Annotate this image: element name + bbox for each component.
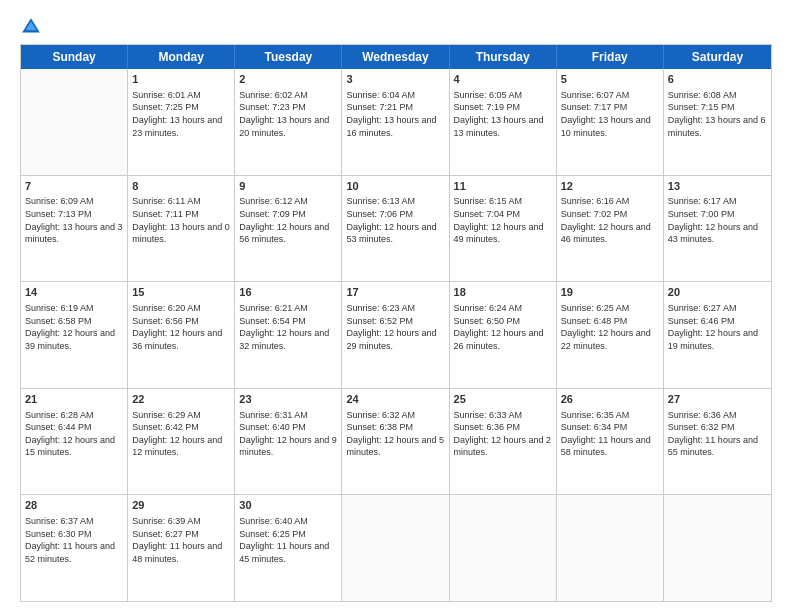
day-number: 13 bbox=[668, 179, 767, 194]
day-number: 28 bbox=[25, 498, 123, 513]
day-number: 4 bbox=[454, 72, 552, 87]
header-day-friday: Friday bbox=[557, 45, 664, 69]
cell-info: Sunrise: 6:24 AMSunset: 6:50 PMDaylight:… bbox=[454, 302, 552, 352]
cell-info: Sunrise: 6:28 AMSunset: 6:44 PMDaylight:… bbox=[25, 409, 123, 459]
calendar-cell: 7Sunrise: 6:09 AMSunset: 7:13 PMDaylight… bbox=[21, 176, 128, 282]
cell-info: Sunrise: 6:09 AMSunset: 7:13 PMDaylight:… bbox=[25, 195, 123, 245]
logo-icon bbox=[20, 16, 42, 38]
calendar-header: SundayMondayTuesdayWednesdayThursdayFrid… bbox=[21, 45, 771, 69]
cell-info: Sunrise: 6:37 AMSunset: 6:30 PMDaylight:… bbox=[25, 515, 123, 565]
calendar-cell: 17Sunrise: 6:23 AMSunset: 6:52 PMDayligh… bbox=[342, 282, 449, 388]
calendar-cell bbox=[342, 495, 449, 601]
calendar-week-4: 21Sunrise: 6:28 AMSunset: 6:44 PMDayligh… bbox=[21, 388, 771, 495]
calendar-cell: 4Sunrise: 6:05 AMSunset: 7:19 PMDaylight… bbox=[450, 69, 557, 175]
day-number: 18 bbox=[454, 285, 552, 300]
cell-info: Sunrise: 6:02 AMSunset: 7:23 PMDaylight:… bbox=[239, 89, 337, 139]
calendar-cell: 27Sunrise: 6:36 AMSunset: 6:32 PMDayligh… bbox=[664, 389, 771, 495]
cell-info: Sunrise: 6:04 AMSunset: 7:21 PMDaylight:… bbox=[346, 89, 444, 139]
day-number: 12 bbox=[561, 179, 659, 194]
day-number: 10 bbox=[346, 179, 444, 194]
cell-info: Sunrise: 6:23 AMSunset: 6:52 PMDaylight:… bbox=[346, 302, 444, 352]
cell-info: Sunrise: 6:29 AMSunset: 6:42 PMDaylight:… bbox=[132, 409, 230, 459]
day-number: 29 bbox=[132, 498, 230, 513]
cell-info: Sunrise: 6:36 AMSunset: 6:32 PMDaylight:… bbox=[668, 409, 767, 459]
header-day-tuesday: Tuesday bbox=[235, 45, 342, 69]
cell-info: Sunrise: 6:05 AMSunset: 7:19 PMDaylight:… bbox=[454, 89, 552, 139]
calendar-cell: 14Sunrise: 6:19 AMSunset: 6:58 PMDayligh… bbox=[21, 282, 128, 388]
cell-info: Sunrise: 6:08 AMSunset: 7:15 PMDaylight:… bbox=[668, 89, 767, 139]
day-number: 30 bbox=[239, 498, 337, 513]
day-number: 8 bbox=[132, 179, 230, 194]
cell-info: Sunrise: 6:35 AMSunset: 6:34 PMDaylight:… bbox=[561, 409, 659, 459]
calendar-week-5: 28Sunrise: 6:37 AMSunset: 6:30 PMDayligh… bbox=[21, 494, 771, 601]
header-day-wednesday: Wednesday bbox=[342, 45, 449, 69]
calendar-cell bbox=[21, 69, 128, 175]
calendar-cell: 22Sunrise: 6:29 AMSunset: 6:42 PMDayligh… bbox=[128, 389, 235, 495]
calendar-cell: 13Sunrise: 6:17 AMSunset: 7:00 PMDayligh… bbox=[664, 176, 771, 282]
calendar-cell: 18Sunrise: 6:24 AMSunset: 6:50 PMDayligh… bbox=[450, 282, 557, 388]
cell-info: Sunrise: 6:12 AMSunset: 7:09 PMDaylight:… bbox=[239, 195, 337, 245]
calendar-cell: 8Sunrise: 6:11 AMSunset: 7:11 PMDaylight… bbox=[128, 176, 235, 282]
calendar-cell: 10Sunrise: 6:13 AMSunset: 7:06 PMDayligh… bbox=[342, 176, 449, 282]
cell-info: Sunrise: 6:01 AMSunset: 7:25 PMDaylight:… bbox=[132, 89, 230, 139]
calendar-cell: 6Sunrise: 6:08 AMSunset: 7:15 PMDaylight… bbox=[664, 69, 771, 175]
logo bbox=[20, 16, 46, 38]
cell-info: Sunrise: 6:27 AMSunset: 6:46 PMDaylight:… bbox=[668, 302, 767, 352]
calendar-cell: 3Sunrise: 6:04 AMSunset: 7:21 PMDaylight… bbox=[342, 69, 449, 175]
day-number: 17 bbox=[346, 285, 444, 300]
calendar-cell: 1Sunrise: 6:01 AMSunset: 7:25 PMDaylight… bbox=[128, 69, 235, 175]
day-number: 27 bbox=[668, 392, 767, 407]
calendar-cell bbox=[664, 495, 771, 601]
calendar-cell: 23Sunrise: 6:31 AMSunset: 6:40 PMDayligh… bbox=[235, 389, 342, 495]
calendar-cell: 28Sunrise: 6:37 AMSunset: 6:30 PMDayligh… bbox=[21, 495, 128, 601]
day-number: 20 bbox=[668, 285, 767, 300]
calendar-cell: 9Sunrise: 6:12 AMSunset: 7:09 PMDaylight… bbox=[235, 176, 342, 282]
day-number: 6 bbox=[668, 72, 767, 87]
day-number: 1 bbox=[132, 72, 230, 87]
calendar-week-1: 1Sunrise: 6:01 AMSunset: 7:25 PMDaylight… bbox=[21, 69, 771, 175]
cell-info: Sunrise: 6:32 AMSunset: 6:38 PMDaylight:… bbox=[346, 409, 444, 459]
day-number: 11 bbox=[454, 179, 552, 194]
calendar-cell: 29Sunrise: 6:39 AMSunset: 6:27 PMDayligh… bbox=[128, 495, 235, 601]
cell-info: Sunrise: 6:21 AMSunset: 6:54 PMDaylight:… bbox=[239, 302, 337, 352]
calendar-cell: 26Sunrise: 6:35 AMSunset: 6:34 PMDayligh… bbox=[557, 389, 664, 495]
calendar-cell: 24Sunrise: 6:32 AMSunset: 6:38 PMDayligh… bbox=[342, 389, 449, 495]
header-day-saturday: Saturday bbox=[664, 45, 771, 69]
calendar-cell: 2Sunrise: 6:02 AMSunset: 7:23 PMDaylight… bbox=[235, 69, 342, 175]
calendar-cell bbox=[450, 495, 557, 601]
calendar-cell bbox=[557, 495, 664, 601]
cell-info: Sunrise: 6:16 AMSunset: 7:02 PMDaylight:… bbox=[561, 195, 659, 245]
cell-info: Sunrise: 6:15 AMSunset: 7:04 PMDaylight:… bbox=[454, 195, 552, 245]
header-day-sunday: Sunday bbox=[21, 45, 128, 69]
day-number: 7 bbox=[25, 179, 123, 194]
day-number: 16 bbox=[239, 285, 337, 300]
cell-info: Sunrise: 6:25 AMSunset: 6:48 PMDaylight:… bbox=[561, 302, 659, 352]
day-number: 24 bbox=[346, 392, 444, 407]
calendar: SundayMondayTuesdayWednesdayThursdayFrid… bbox=[20, 44, 772, 602]
cell-info: Sunrise: 6:39 AMSunset: 6:27 PMDaylight:… bbox=[132, 515, 230, 565]
calendar-cell: 15Sunrise: 6:20 AMSunset: 6:56 PMDayligh… bbox=[128, 282, 235, 388]
day-number: 5 bbox=[561, 72, 659, 87]
calendar-cell: 30Sunrise: 6:40 AMSunset: 6:25 PMDayligh… bbox=[235, 495, 342, 601]
cell-info: Sunrise: 6:17 AMSunset: 7:00 PMDaylight:… bbox=[668, 195, 767, 245]
cell-info: Sunrise: 6:11 AMSunset: 7:11 PMDaylight:… bbox=[132, 195, 230, 245]
cell-info: Sunrise: 6:20 AMSunset: 6:56 PMDaylight:… bbox=[132, 302, 230, 352]
calendar-cell: 20Sunrise: 6:27 AMSunset: 6:46 PMDayligh… bbox=[664, 282, 771, 388]
calendar-cell: 19Sunrise: 6:25 AMSunset: 6:48 PMDayligh… bbox=[557, 282, 664, 388]
calendar-week-3: 14Sunrise: 6:19 AMSunset: 6:58 PMDayligh… bbox=[21, 281, 771, 388]
calendar-cell: 12Sunrise: 6:16 AMSunset: 7:02 PMDayligh… bbox=[557, 176, 664, 282]
day-number: 26 bbox=[561, 392, 659, 407]
calendar-cell: 5Sunrise: 6:07 AMSunset: 7:17 PMDaylight… bbox=[557, 69, 664, 175]
day-number: 21 bbox=[25, 392, 123, 407]
cell-info: Sunrise: 6:31 AMSunset: 6:40 PMDaylight:… bbox=[239, 409, 337, 459]
calendar-cell: 25Sunrise: 6:33 AMSunset: 6:36 PMDayligh… bbox=[450, 389, 557, 495]
day-number: 22 bbox=[132, 392, 230, 407]
day-number: 2 bbox=[239, 72, 337, 87]
cell-info: Sunrise: 6:40 AMSunset: 6:25 PMDaylight:… bbox=[239, 515, 337, 565]
calendar-cell: 11Sunrise: 6:15 AMSunset: 7:04 PMDayligh… bbox=[450, 176, 557, 282]
day-number: 23 bbox=[239, 392, 337, 407]
day-number: 3 bbox=[346, 72, 444, 87]
page: SundayMondayTuesdayWednesdayThursdayFrid… bbox=[0, 0, 792, 612]
calendar-week-2: 7Sunrise: 6:09 AMSunset: 7:13 PMDaylight… bbox=[21, 175, 771, 282]
header bbox=[20, 16, 772, 38]
